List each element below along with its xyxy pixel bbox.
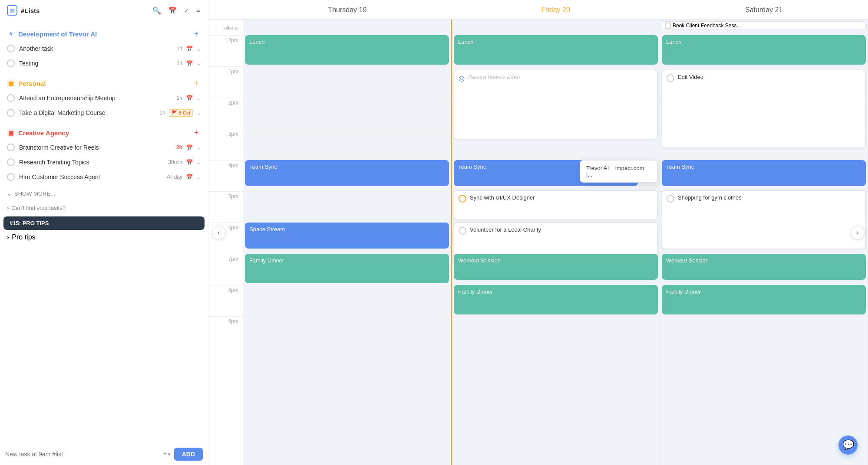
chevron-down-icon[interactable]: ⌄: [196, 95, 201, 102]
show-more-label: SHOW MORE...: [14, 190, 55, 197]
task-item[interactable]: Hire Customer Success Agent All day 📅 ⌄: [0, 170, 208, 184]
book-client-event[interactable]: Book Client Feedback Sess...: [662, 21, 866, 30]
expand-icon: ›: [7, 233, 9, 241]
pro-tips-row[interactable]: › Pro tips: [0, 232, 208, 243]
calendar-icon[interactable]: 📅: [186, 46, 193, 52]
fri-sync-designer[interactable]: Sync with UI/UX Designer: [454, 190, 658, 220]
task-meta: 1h 📅 ⌄: [177, 60, 201, 67]
task-checkbox[interactable]: [7, 158, 15, 166]
task-checkbox[interactable]: [7, 109, 15, 117]
calendar-button[interactable]: 📅: [167, 6, 178, 16]
task-item[interactable]: Brainstorm Creative for Reels 2h 📅 ⌄: [0, 140, 208, 155]
section-header-dev: # Development of Trevor AI +: [0, 25, 208, 41]
record-video-row: ◎ Record how-to video: [459, 74, 653, 82]
thu-team-sync[interactable]: Team Sync: [245, 160, 449, 186]
dev-list-icon: #: [7, 30, 15, 38]
sat-lunch[interactable]: Lunch: [662, 35, 866, 65]
chat-icon: 💬: [842, 439, 854, 451]
new-task-input[interactable]: [5, 451, 160, 458]
sat-team-sync[interactable]: Team Sync: [662, 160, 866, 186]
task-checkbox[interactable]: [7, 94, 15, 102]
task-name: Take a Digital Marketing Course: [19, 109, 155, 116]
task-duration: 1h: [177, 95, 182, 101]
fri-record-video[interactable]: ◎ Record how-to video: [454, 70, 658, 139]
sat-time-area: Lunch Edit Video Team Sync Shopping for …: [660, 35, 868, 465]
sidebar-content: # Development of Trevor AI + Another tas…: [0, 21, 208, 443]
calendar-icon[interactable]: 📅: [186, 95, 193, 102]
time-slot-9pm: 9pm: [208, 316, 243, 347]
task-meta: 1h 📅 ⌄: [177, 46, 201, 52]
task-item[interactable]: Testing 1h 📅 ⌄: [0, 56, 208, 71]
sat-workout[interactable]: Workout Session: [662, 254, 866, 280]
chevron-down-icon[interactable]: ⌄: [196, 174, 201, 180]
cant-find[interactable]: › Can't find your tasks?: [0, 201, 208, 215]
edit-video-checkbox[interactable]: [667, 74, 674, 82]
time-slot-2pm: 2pm: [208, 98, 243, 129]
expand-icon: ›: [7, 205, 9, 211]
thu-space-stream[interactable]: Space Stream: [245, 223, 449, 249]
personal-list-title: Personal: [18, 80, 188, 87]
sat-shopping[interactable]: Shopping for gym clothes: [662, 190, 866, 249]
search-button[interactable]: 🔍: [152, 6, 162, 16]
calendar-icon[interactable]: 📅: [186, 159, 193, 166]
volunteer-checkbox[interactable]: [459, 227, 466, 235]
time-slot-3pm: 3pm: [208, 129, 243, 160]
task-checkbox[interactable]: [7, 59, 15, 67]
shopping-checkbox[interactable]: [667, 195, 674, 203]
task-item[interactable]: Research Trending Topics 30min 📅 ⌄: [0, 155, 208, 170]
calendar-icon[interactable]: 📅: [186, 60, 193, 67]
task-item[interactable]: Another task 1h 📅 ⌄: [0, 41, 208, 56]
sync-designer-checkbox[interactable]: [459, 195, 466, 203]
sat-family-dinner[interactable]: Family Dinner: [662, 285, 866, 314]
chevron-down-icon[interactable]: ⌄: [196, 159, 201, 166]
task-item[interactable]: Attend an Entrepreneurship Meetup 1h 📅 ⌄: [0, 91, 208, 105]
chat-button[interactable]: 💬: [838, 436, 858, 455]
all-day-checkbox[interactable]: [665, 23, 671, 29]
pro-tips-banner[interactable]: #15: PRO TIPS: [3, 216, 205, 230]
thu-family-dinner[interactable]: Family Dinner: [245, 254, 449, 283]
task-checkbox[interactable]: [7, 45, 15, 52]
task-checkbox[interactable]: [7, 173, 15, 181]
thu-lunch[interactable]: Lunch: [245, 35, 449, 65]
friday-header: Friday 20: [452, 0, 660, 19]
add-to-dev-button[interactable]: +: [191, 29, 201, 39]
task-checkbox[interactable]: [7, 144, 15, 151]
task-meta: 1h 📅 ⌄: [177, 95, 201, 102]
calendar-icon[interactable]: 📅: [186, 144, 193, 151]
shopping-text: Shopping for gym clothes: [678, 194, 861, 201]
fri-lunch[interactable]: Lunch: [454, 35, 658, 65]
add-to-personal-button[interactable]: +: [191, 79, 201, 88]
team-sync-tooltip[interactable]: Trevor AI + impact.com |...: [580, 160, 658, 183]
check-button[interactable]: ✓: [183, 6, 190, 16]
chevron-down-icon[interactable]: ⌄: [196, 144, 201, 151]
menu-button[interactable]: ≡: [195, 6, 201, 15]
edit-video-row: Edit Video: [667, 74, 861, 82]
dev-list-title: Development of Trevor AI: [18, 30, 188, 38]
fri-workout[interactable]: Workout Session: [454, 254, 658, 280]
sync-designer-row: Sync with UI/UX Designer: [459, 194, 653, 203]
task-meta: 30min 📅 ⌄: [168, 159, 201, 166]
task-duration: 30min: [168, 159, 182, 165]
edit-video-text: Edit Video: [678, 74, 861, 80]
nav-prev-button[interactable]: ‹: [212, 226, 226, 239]
chevron-down-icon[interactable]: ⌄: [196, 60, 201, 67]
section-header-personal: ▦ Personal +: [0, 74, 208, 91]
sat-edit-video[interactable]: Edit Video: [662, 70, 866, 148]
sidebar-title: #Lists: [21, 7, 148, 14]
chevron-down-icon[interactable]: ⌄: [196, 46, 201, 52]
fri-family-dinner[interactable]: Family Dinner: [454, 285, 658, 314]
add-to-creative-button[interactable]: +: [191, 128, 201, 138]
thursday-col: Lunch Team Sync Space Stream Family Dinn…: [243, 20, 451, 465]
add-task-button[interactable]: ADD: [174, 448, 203, 461]
sidebar-header: ▦ #Lists 🔍 📅 ✓ ≡: [0, 0, 208, 21]
task-item[interactable]: Take a Digital Marketing Course 1h 🚩 8 O…: [0, 105, 208, 120]
hash-dropdown-button[interactable]: # ▾: [163, 451, 171, 458]
tooltip-text: Trevor AI + impact.com |...: [586, 165, 644, 178]
chevron-down-icon[interactable]: ⌄: [196, 110, 201, 116]
calendar-icon[interactable]: 📅: [186, 174, 193, 180]
volunteer-row: Volunteer for a Local Charity: [459, 226, 653, 235]
show-more[interactable]: ⌄ SHOW MORE...: [0, 188, 208, 201]
all-day-label: all-day: [208, 20, 243, 35]
nav-next-button[interactable]: ›: [851, 226, 865, 239]
personal-list-icon: ▦: [7, 79, 15, 87]
